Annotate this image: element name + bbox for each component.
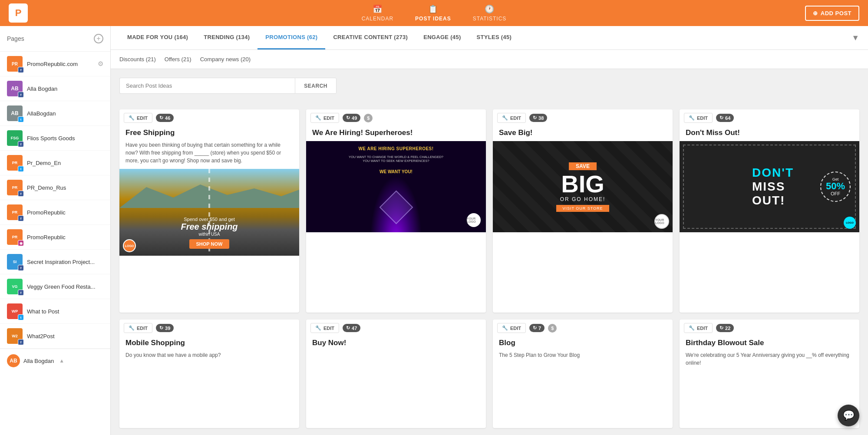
facebook-badge: f [18,67,24,73]
share-icon: ↻ [719,325,723,331]
add-post-button[interactable]: ⊕ ADD POST [805,6,859,21]
edit-button[interactable]: 🔧 EDIT [684,323,713,333]
logo-badge: YOUR LOGO [654,214,669,229]
sidebar-item-allabogdan[interactable]: AB t AllaBogdan [0,101,110,126]
tab-engage[interactable]: ENGAGE (45) [416,26,469,49]
facebook-badge: f [18,265,24,271]
card-toolbar: 🔧 EDIT ↻ 46 [119,109,299,126]
page-name: PromoRepublic [27,209,103,216]
page-name: AllaBogdan [27,110,103,117]
sidebar-item-what2post[interactable]: W2 f What2Post [0,324,110,349]
avatar: VG f [7,279,23,294]
edit-button[interactable]: 🔧 EDIT [310,113,339,123]
avatar: AB f [7,81,23,96]
chat-button[interactable]: 💬 [838,405,859,426]
nav-calendar[interactable]: 📅 CALENDAR [362,4,393,22]
edit-button[interactable]: 🔧 EDIT [497,323,526,333]
add-page-button[interactable]: + [94,34,103,43]
avatar: W2 f [7,328,23,344]
wrench-icon: 🔧 [129,115,135,121]
avatar: PR f [7,180,23,195]
main-nav: 📅 CALENDAR 📋 POST IDEAS 🕐 STATISTICS [362,4,507,22]
sub-tab-discounts[interactable]: Discounts (21) [119,55,156,63]
card-toolbar: 🔧 EDIT ↻ 47 [306,320,486,336]
edit-button[interactable]: 🔧 EDIT [497,113,526,123]
card-birthday-blowout: 🔧 EDIT ↻ 22 Birthday Blowout Sale We're … [680,320,859,428]
tab-creative-content[interactable]: CREATIVE CONTENT (273) [325,26,416,49]
avatar: SI f [7,254,23,270]
wrench-icon: 🔧 [502,115,508,121]
tab-made-for-you[interactable]: MADE FOR YOU (164) [119,26,196,49]
wrench-icon: 🔧 [689,115,695,121]
card-save-big: 🔧 EDIT ↻ 38 Save Big! SAVE BIG OR GO HOM… [493,109,673,313]
nav-calendar-label: CALENDAR [362,16,393,22]
share-count: ↻ 47 [343,324,360,332]
share-icon: ↻ [159,325,163,331]
facebook-badge: f [18,191,24,197]
card-toolbar: 🔧 EDIT ↻ 39 [119,320,299,336]
or-go-home-text: OR GO HOME! [556,196,609,202]
search-input[interactable] [119,78,295,94]
sidebar-item-alla-bogdan[interactable]: AB f Alla Bogdan [0,76,110,101]
nav-statistics[interactable]: 🕐 STATISTICS [473,4,507,22]
card-toolbar: 🔧 EDIT ↻ 38 [493,109,673,126]
share-count: ↻ 64 [716,114,734,122]
card-toolbar: 🔧 EDIT ↻ 7 $ [493,320,673,336]
card-dont-miss: 🔧 EDIT ↻ 64 Don't Miss Out! DON'T MISS O… [680,109,859,313]
sidebar: Pages + PR f PromoRepublic.com ⚙ AB f Al… [0,26,111,435]
free-shipping-text: Free shipping [181,222,238,232]
sidebar-item-promorepublic-ig[interactable]: PR ◉ PromoRepublic [0,225,110,250]
sidebar-item-what-to-post[interactable]: WP t What to Post [0,299,110,324]
card-text: Do you know that we have a mobile app? [119,351,299,363]
gear-icon[interactable]: ⚙ [98,60,103,68]
post-ideas-icon: 📋 [428,4,438,14]
premium-badge: $ [364,114,373,122]
sidebar-item-secret[interactable]: SI f Secret Inspiration Project... [0,250,110,274]
share-count: ↻ 7 [529,324,545,332]
sidebar-item-promorepublic-com[interactable]: PR f PromoRepublic.com ⚙ [0,52,110,76]
sidebar-item-promorepublic-fb[interactable]: PR f PromoRepublic [0,200,110,225]
share-icon: ↻ [719,115,723,121]
facebook-badge: f [18,92,24,98]
sidebar-item-pr-demo-rus[interactable]: PR f PR_Demo_Rus [0,175,110,200]
over-text: Spend over $50 and get [181,217,238,222]
card-title: Free Shipping [119,126,299,141]
edit-button[interactable]: 🔧 EDIT [124,113,152,123]
edit-button[interactable]: 🔧 EDIT [684,113,713,123]
app-logo[interactable]: P [9,3,28,23]
twitter-badge: t [18,116,24,122]
sub-tab-offers[interactable]: Offers (21) [165,55,191,63]
sidebar-item-flios[interactable]: FSG f Flios Sports Goods [0,126,110,151]
card-hiring: 🔧 EDIT ↻ 49 $ We Are Hiring! Superheroes… [306,109,486,313]
hiring-title: WE ARE HIRING SUPERHEROES! [355,146,437,151]
hiring-we-want: WE WANT YOU! [380,169,413,174]
edit-button[interactable]: 🔧 EDIT [124,323,152,333]
miss-text: MISS [752,180,794,194]
dont-text: DON'T [752,166,794,180]
card-title: Save Big! [493,126,673,141]
pages-label: Pages [7,35,24,42]
page-name: Alla Bogdan [27,86,103,92]
sidebar-item-pr-demo-en[interactable]: PR t Pr_Demo_En [0,151,110,175]
premium-badge: $ [548,324,557,333]
filter-button[interactable]: ▼ [851,33,859,43]
edit-button[interactable]: 🔧 EDIT [310,323,339,333]
nav-post-ideas[interactable]: 📋 POST IDEAS [415,4,451,22]
sub-tab-company-news[interactable]: Company news (20) [200,55,251,63]
user-avatar: AB [7,354,20,367]
wrench-icon: 🔧 [315,115,321,121]
search-button[interactable]: SEARCH [295,78,337,94]
share-icon: ↻ [533,115,537,121]
tab-promotions[interactable]: PROMOTIONS (62) [257,26,325,49]
card-free-shipping: 🔧 EDIT ↻ 46 Free Shipping Have you been … [119,109,299,313]
sidebar-item-veggy[interactable]: VG f Veggy Green Food Resta... [0,274,110,299]
wrench-icon: 🔧 [315,325,321,331]
visit-store-text: VISIT OUR STORE [556,205,609,212]
tab-trending[interactable]: TRENDING (134) [196,26,257,49]
shop-now-label: SHOP NOW [189,239,230,249]
page-name: What to Post [27,308,103,315]
twitter-badge: t [18,166,24,172]
hiring-subtitle: YOU WANT TO CHANGE THE WORLD & FEEL CHAL… [345,155,447,163]
tab-styles[interactable]: STYLES (45) [469,26,520,49]
facebook-badge: f [18,290,24,296]
